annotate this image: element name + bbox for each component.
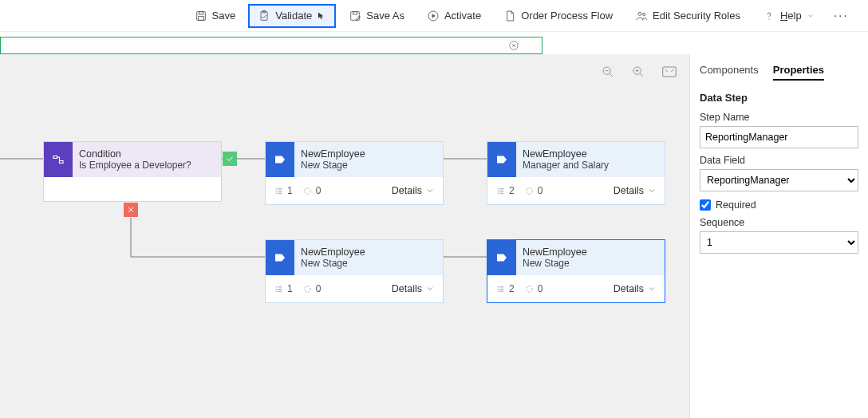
- save-as-label: Save As: [366, 10, 404, 22]
- condition-node[interactable]: Condition Is Employee a Developer?: [43, 141, 222, 202]
- svg-marker-40: [497, 156, 507, 164]
- details-toggle[interactable]: Details: [614, 185, 657, 196]
- svg-marker-48: [275, 254, 285, 262]
- zoom-in-icon[interactable]: [632, 65, 645, 78]
- connectors: [0, 54, 689, 418]
- stage-node-d[interactable]: NewEmployee New Stage 2 0 Details: [487, 239, 665, 303]
- svg-marker-56: [497, 254, 507, 262]
- svg-marker-32: [275, 156, 285, 164]
- stage-subtitle: New Stage: [301, 258, 365, 269]
- sequence-label: Sequence: [700, 217, 858, 228]
- details-toggle[interactable]: Details: [392, 283, 435, 294]
- step-name-label: Step Name: [700, 112, 858, 123]
- branch-count: 0: [302, 283, 322, 294]
- order-flow-label: Order Process Flow: [521, 10, 613, 22]
- help-button[interactable]: Help: [753, 4, 824, 28]
- help-label: Help: [780, 10, 802, 22]
- zoom-out-icon[interactable]: [602, 65, 614, 78]
- activate-icon: [427, 10, 440, 22]
- list-icon: [274, 284, 284, 294]
- stage-title: NewEmployee: [301, 246, 365, 258]
- svg-point-10: [638, 12, 641, 15]
- branch-count: 0: [524, 283, 543, 294]
- sequence-select[interactable]: 1: [700, 231, 858, 254]
- details-toggle[interactable]: Details: [614, 283, 657, 294]
- list-icon: [495, 284, 506, 294]
- svg-point-55: [304, 286, 310, 292]
- svg-line-25: [671, 69, 673, 72]
- svg-marker-9: [432, 14, 436, 18]
- stage-title: NewEmployee: [301, 148, 365, 160]
- fit-to-screen-icon[interactable]: [662, 66, 677, 77]
- check-icon: [225, 154, 235, 164]
- edit-roles-label: Edit Security Roles: [653, 10, 740, 22]
- cursor-icon: [317, 11, 326, 21]
- tab-components[interactable]: Components: [700, 64, 759, 81]
- document-icon: [503, 10, 516, 22]
- step-count: 1: [274, 185, 293, 196]
- stage-subtitle: Manager and Salary: [523, 160, 609, 171]
- svg-line-24: [665, 69, 668, 72]
- x-icon: [126, 205, 136, 215]
- list-icon: [274, 186, 284, 196]
- stage-node-c[interactable]: NewEmployee New Stage 1 0 Details: [265, 239, 444, 303]
- svg-point-39: [304, 187, 310, 194]
- validation-message-bar: [0, 37, 542, 54]
- stage-node-a[interactable]: NewEmployee New Stage 1 0 Details: [265, 141, 444, 205]
- details-toggle[interactable]: Details: [392, 185, 435, 196]
- list-icon: [495, 186, 506, 196]
- tab-properties[interactable]: Properties: [773, 64, 824, 81]
- save-label: Save: [212, 10, 236, 22]
- stage-subtitle: New Stage: [523, 258, 587, 269]
- required-checkbox[interactable]: [700, 199, 711, 211]
- svg-point-47: [526, 187, 532, 194]
- activate-label: Activate: [444, 10, 481, 22]
- more-button[interactable]: ···: [827, 6, 855, 26]
- stage-title: NewEmployee: [523, 246, 587, 258]
- toolbar: Save Validate Save As Activate Order Pro…: [0, 0, 868, 32]
- stage-icon: [266, 240, 294, 275]
- step-name-input[interactable]: [700, 126, 858, 148]
- stage-icon: [266, 142, 294, 177]
- validate-button[interactable]: Validate: [248, 4, 336, 28]
- data-field-select[interactable]: ReportingManager: [700, 169, 858, 191]
- section-title: Data Step: [700, 92, 858, 104]
- svg-line-20: [640, 73, 643, 77]
- clipboard-check-icon: [258, 10, 270, 22]
- chevron-down-icon: [807, 12, 815, 20]
- activate-button[interactable]: Activate: [417, 4, 491, 28]
- svg-marker-5: [318, 12, 324, 19]
- save-as-icon: [349, 10, 361, 22]
- step-count: 2: [495, 283, 515, 294]
- step-count: 1: [274, 283, 293, 294]
- stage-icon: [487, 240, 516, 275]
- validate-label: Validate: [275, 10, 312, 22]
- svg-rect-2: [198, 16, 203, 20]
- condition-icon: [44, 142, 73, 177]
- canvas-tools: [602, 65, 677, 78]
- yes-badge: [223, 152, 237, 166]
- stage-node-b[interactable]: NewEmployee Manager and Salary 2 0 Detai…: [487, 141, 665, 205]
- stage-subtitle: New Stage: [301, 160, 365, 171]
- stage-title: NewEmployee: [523, 148, 609, 160]
- order-flow-button[interactable]: Order Process Flow: [494, 4, 622, 28]
- save-as-button[interactable]: Save As: [339, 4, 414, 28]
- data-field-label: Data Field: [700, 155, 858, 166]
- save-button[interactable]: Save: [185, 4, 246, 28]
- designer-canvas[interactable]: Condition Is Employee a Developer? NewEm…: [0, 54, 689, 418]
- svg-point-12: [768, 18, 769, 19]
- branch-count: 0: [524, 185, 543, 196]
- svg-point-63: [526, 286, 532, 292]
- svg-rect-7: [353, 11, 357, 14]
- message-close-button[interactable]: [508, 40, 519, 51]
- no-badge: [124, 203, 138, 217]
- chevron-down-icon: [647, 186, 657, 195]
- people-icon: [635, 10, 648, 22]
- branch-icon: [302, 284, 313, 294]
- step-count: 2: [495, 185, 515, 196]
- required-label: Required: [716, 199, 756, 211]
- edit-security-roles-button[interactable]: Edit Security Roles: [625, 4, 750, 28]
- chevron-down-icon: [425, 284, 435, 294]
- branch-icon: [524, 284, 535, 294]
- svg-rect-1: [199, 11, 203, 14]
